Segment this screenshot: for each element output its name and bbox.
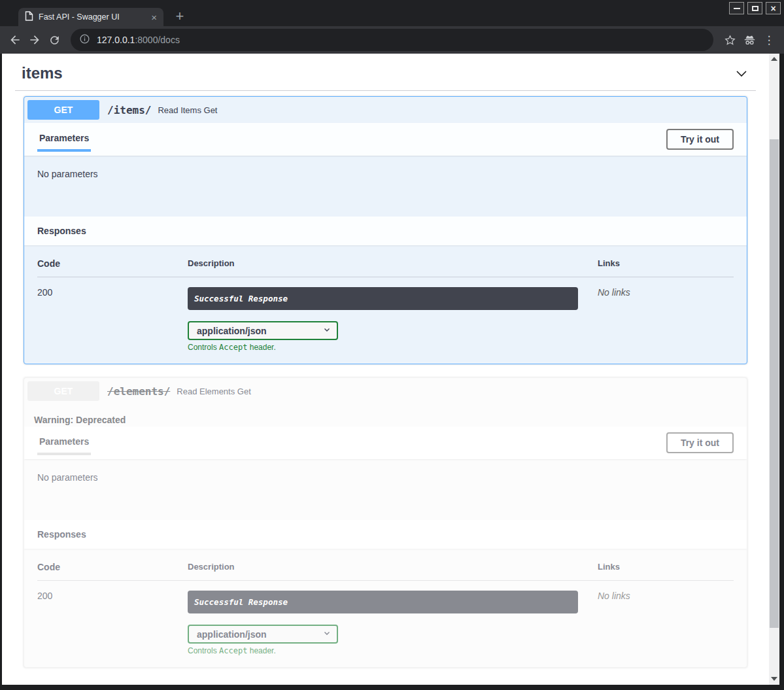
parameters-body: No parameters bbox=[24, 156, 747, 216]
response-description-cell: Successful Response application/json Con… bbox=[188, 591, 598, 655]
method-badge: GET bbox=[27, 100, 99, 120]
description-column-header: Description bbox=[188, 562, 598, 572]
responses-title: Responses bbox=[37, 529, 86, 540]
accept-header-note: Controls Accept header. bbox=[188, 343, 578, 352]
no-links-text: No links bbox=[598, 591, 734, 655]
page-scrollbar[interactable] bbox=[769, 54, 779, 685]
tag-title: items bbox=[22, 64, 63, 82]
scrollbar-down-arrow[interactable] bbox=[771, 677, 777, 681]
url-path: :8000/docs bbox=[135, 35, 180, 45]
endpoint-path: /items/ bbox=[99, 104, 158, 116]
media-type-select[interactable]: application/json bbox=[188, 321, 338, 340]
parameters-body: No parameters bbox=[24, 459, 747, 520]
parameters-header: Parameters Try it out bbox=[24, 426, 747, 459]
response-row-200: 200 Successful Response application/json… bbox=[37, 581, 734, 655]
response-description: Successful Response bbox=[188, 287, 578, 310]
responses-table: Code Description Links 200 Successful Re… bbox=[24, 549, 747, 667]
no-links-text: No links bbox=[598, 287, 734, 352]
responses-header: Responses bbox=[24, 520, 747, 549]
response-code: 200 bbox=[37, 591, 188, 655]
scrollbar-up-arrow[interactable] bbox=[771, 57, 777, 61]
responses-table-head: Code Description Links bbox=[37, 258, 734, 277]
tab-title: Fast API - Swagger UI bbox=[39, 12, 146, 22]
response-description: Successful Response bbox=[188, 591, 578, 613]
opblock-get-elements-deprecated: GET /elements/ Read Elements Get Warning… bbox=[24, 377, 747, 668]
code-column-header: Code bbox=[37, 562, 188, 572]
window-frame: items GET /items/ Read Items Get Paramet… bbox=[0, 54, 784, 685]
response-code: 200 bbox=[37, 287, 188, 352]
endpoint-path: /elements/ bbox=[99, 385, 177, 398]
back-button[interactable] bbox=[7, 31, 24, 48]
select-chevron-icon bbox=[322, 325, 332, 336]
opblock-summary[interactable]: GET /items/ Read Items Get bbox=[24, 97, 747, 123]
swagger-ui: items GET /items/ Read Items Get Paramet… bbox=[2, 54, 769, 668]
try-it-out-button[interactable]: Try it out bbox=[666, 129, 734, 150]
responses-title: Responses bbox=[37, 226, 86, 236]
responses-table-head: Code Description Links bbox=[37, 562, 734, 581]
browser-toolbar: 127.0.0.1:8000/docs ⋮ bbox=[0, 26, 784, 54]
reload-button[interactable] bbox=[46, 31, 63, 48]
forward-button[interactable] bbox=[26, 31, 43, 48]
scrollbar-thumb[interactable] bbox=[770, 139, 779, 628]
window-minimize-button[interactable] bbox=[729, 2, 744, 14]
select-chevron-icon bbox=[322, 629, 332, 640]
endpoint-summary: Read Elements Get bbox=[177, 387, 250, 396]
tab-parameters[interactable]: Parameters bbox=[37, 133, 91, 152]
response-description-cell: Successful Response application/json Con… bbox=[188, 287, 598, 352]
code-column-header: Code bbox=[37, 258, 188, 269]
media-type-select[interactable]: application/json bbox=[188, 625, 338, 644]
media-type-value: application/json bbox=[197, 629, 267, 640]
media-type-value: application/json bbox=[197, 326, 267, 336]
window-close-button[interactable]: × bbox=[766, 2, 781, 14]
endpoint-summary: Read Items Get bbox=[158, 105, 217, 115]
new-tab-button[interactable]: + bbox=[171, 9, 188, 26]
minimize-icon bbox=[734, 8, 740, 9]
response-row-200: 200 Successful Response application/json… bbox=[37, 277, 734, 352]
parameters-header: Parameters Try it out bbox=[24, 123, 747, 156]
url-host: 127.0.0.1 bbox=[97, 35, 135, 45]
responses-table: Code Description Links 200 Successful Re… bbox=[24, 245, 747, 364]
method-badge: GET bbox=[27, 381, 99, 401]
try-it-out-button[interactable]: Try it out bbox=[666, 432, 734, 453]
responses-header: Responses bbox=[24, 216, 747, 245]
browser-tab[interactable]: Fast API - Swagger UI × bbox=[18, 8, 163, 26]
incognito-icon bbox=[741, 31, 758, 48]
url-text: 127.0.0.1:8000/docs bbox=[97, 35, 180, 45]
links-column-header: Links bbox=[598, 562, 734, 572]
tab-parameters[interactable]: Parameters bbox=[37, 436, 91, 455]
window-maximize-button[interactable] bbox=[747, 2, 762, 14]
address-bar[interactable]: 127.0.0.1:8000/docs bbox=[71, 29, 713, 51]
deprecated-warning: Warning: Deprecated bbox=[24, 404, 747, 426]
window-controls: × bbox=[729, 2, 781, 14]
browser-chrome: Fast API - Swagger UI × + × 127.0.0.1:80… bbox=[0, 0, 784, 54]
accept-header-note: Controls Accept header. bbox=[188, 646, 578, 655]
opblock-get-items: GET /items/ Read Items Get Parameters Tr… bbox=[24, 96, 747, 364]
description-column-header: Description bbox=[188, 258, 598, 269]
page-content: items GET /items/ Read Items Get Paramet… bbox=[2, 54, 769, 685]
tab-strip: Fast API - Swagger UI × + × bbox=[0, 0, 784, 26]
browser-menu-icon[interactable]: ⋮ bbox=[760, 31, 777, 48]
page-favicon-icon bbox=[25, 11, 33, 24]
opblock-summary[interactable]: GET /elements/ Read Elements Get bbox=[24, 378, 747, 404]
tab-close-icon[interactable]: × bbox=[151, 12, 157, 22]
links-column-header: Links bbox=[598, 258, 734, 269]
no-parameters-text: No parameters bbox=[37, 169, 98, 179]
bookmark-star-icon[interactable] bbox=[721, 31, 738, 48]
close-icon: × bbox=[770, 4, 775, 13]
chevron-down-icon[interactable] bbox=[734, 65, 749, 81]
site-info-icon[interactable] bbox=[79, 33, 90, 47]
maximize-icon bbox=[752, 6, 758, 11]
no-parameters-text: No parameters bbox=[37, 472, 98, 483]
tag-section-header[interactable]: items bbox=[15, 58, 756, 91]
